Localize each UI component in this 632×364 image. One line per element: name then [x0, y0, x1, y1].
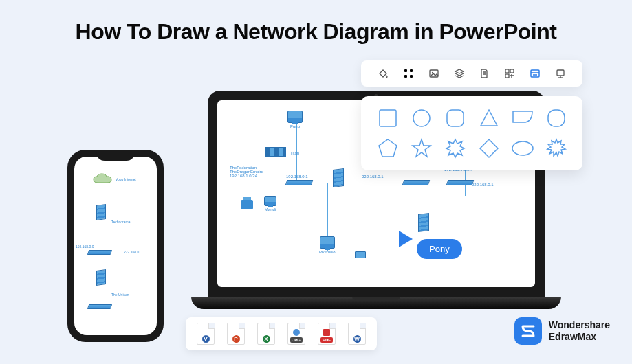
- svg-rect-18: [548, 110, 565, 126]
- network-line: [102, 177, 102, 315]
- network-server: [333, 169, 347, 187]
- network-node-federation: TheFederation TheDragonEmpire 192.168.1.…: [230, 166, 263, 178]
- shape-rounded-rect[interactable]: [542, 106, 570, 130]
- fill-icon[interactable]: [375, 66, 391, 81]
- shape-star[interactable]: [407, 136, 435, 161]
- laptop-hinge-notch: [352, 297, 400, 300]
- network-node-titan: Titan: [265, 147, 299, 155]
- node-label: 192.168.1.0/24: [230, 174, 263, 178]
- phone-switch: [88, 250, 116, 255]
- node-label: Protoss8: [319, 250, 336, 254]
- svg-rect-17: [447, 110, 464, 126]
- phone-cloud: [92, 173, 113, 186]
- edrawmax-logo-icon: [514, 317, 542, 345]
- shape-diamond[interactable]: [475, 136, 503, 161]
- export-jpg[interactable]: JPG: [287, 323, 305, 345]
- page-title: How To Draw a Network Diagram in PowerPo…: [0, 19, 632, 45]
- network-node-puno: Puno: [287, 111, 303, 128]
- shape-square[interactable]: [373, 106, 402, 130]
- phone-switch: [88, 304, 116, 309]
- export-excel[interactable]: X: [257, 323, 275, 345]
- svg-rect-3: [410, 75, 413, 78]
- node-label: Mandi: [264, 207, 276, 212]
- brand-text: Wondershare EdrawMax: [549, 319, 610, 343]
- shapes-panel: [361, 96, 582, 170]
- svg-rect-6: [505, 69, 509, 73]
- shape-triangle[interactable]: [475, 106, 503, 130]
- phone-server: [96, 270, 109, 285]
- phone-label: 192.168.0.0: [76, 244, 94, 249]
- cursor-icon: [399, 231, 413, 247]
- phone-mockup: Vogo Internet Technorama 192.168.0.0 222…: [67, 150, 164, 342]
- export-pdf[interactable]: PDF: [318, 323, 336, 345]
- export-visio[interactable]: V: [197, 323, 215, 345]
- shape-callout[interactable]: [508, 106, 536, 130]
- layers-icon[interactable]: [452, 66, 467, 81]
- image-icon[interactable]: [426, 66, 442, 81]
- svg-point-19: [512, 141, 533, 155]
- brand-line2: EdrawMax: [549, 331, 610, 343]
- shape-rounded-square[interactable]: [441, 106, 469, 130]
- page-icon[interactable]: [477, 66, 492, 81]
- shape-circle[interactable]: [407, 106, 435, 130]
- network-node-printer: [241, 200, 253, 209]
- svg-rect-1: [410, 69, 413, 72]
- phone-label: Vogo Internet: [116, 177, 136, 181]
- svg-rect-7: [510, 69, 514, 73]
- phone-label: The Unison: [111, 293, 129, 297]
- phone-label: Technorama: [111, 220, 131, 224]
- svg-rect-2: [404, 75, 407, 78]
- brand-line1: Wondershare: [549, 319, 610, 331]
- container-icon[interactable]: [527, 66, 543, 81]
- network-node-laptop-small: [355, 251, 366, 258]
- network-switch: [286, 180, 316, 185]
- shape-ellipse[interactable]: [508, 136, 536, 161]
- node-label: Puno: [287, 124, 303, 128]
- svg-rect-9: [531, 70, 539, 77]
- svg-rect-0: [404, 69, 407, 72]
- phone-label: 222.168.0: [124, 250, 139, 254]
- svg-rect-12: [557, 70, 564, 76]
- shape-pentagon[interactable]: [373, 136, 402, 161]
- export-word[interactable]: W: [348, 323, 366, 345]
- dashboard-icon[interactable]: [502, 66, 517, 81]
- phone-screen-content: Vogo Internet Technorama 192.168.0.0 222…: [74, 157, 157, 335]
- toolbar-panel: [361, 60, 582, 87]
- phone-server: [96, 205, 109, 220]
- network-switch: [447, 180, 477, 185]
- svg-rect-15: [380, 110, 396, 126]
- network-node-protoss: Protoss8: [319, 236, 336, 254]
- brand-logo-block: Wondershare EdrawMax: [514, 317, 610, 345]
- shape-burst-8[interactable]: [441, 136, 469, 161]
- export-powerpoint[interactable]: P: [227, 323, 245, 345]
- ip-label: 192.168.0.1: [286, 174, 308, 179]
- svg-point-16: [413, 110, 430, 126]
- shape-burst-12[interactable]: [542, 136, 570, 161]
- grid-icon[interactable]: [401, 66, 416, 81]
- presentation-icon[interactable]: [553, 66, 568, 81]
- laptop-base: [191, 297, 561, 309]
- network-server: [418, 214, 432, 231]
- ip-label: 222.168.0.1: [362, 174, 384, 179]
- pony-label-bubble: Pony: [417, 239, 462, 259]
- phone-notch: [96, 150, 135, 161]
- network-switch: [403, 180, 433, 185]
- svg-rect-8: [505, 74, 509, 78]
- export-formats-row: V P X JPG PDF W: [186, 317, 377, 350]
- node-label: Titan: [290, 151, 299, 155]
- network-node-mandi: Mandi: [264, 196, 276, 212]
